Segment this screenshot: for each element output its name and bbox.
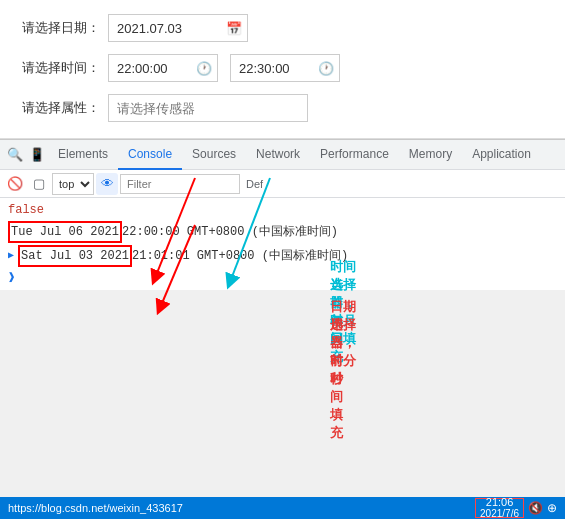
date-input[interactable] (108, 14, 248, 42)
sensor-row: 请选择属性： (20, 94, 545, 122)
tab-network[interactable]: Network (246, 140, 310, 170)
context-select[interactable]: top (52, 173, 94, 195)
sensor-label: 请选择属性： (20, 99, 100, 117)
def-label: Def (246, 178, 263, 190)
console-line-3-rest: 21:01:01 GMT+0800 (中国标准时间) (132, 247, 348, 265)
console-line-3: ▶ Sat Jul 03 2021 21:01:01 GMT+0800 (中国标… (0, 244, 565, 268)
prompt-arrow: ❱ (8, 269, 15, 287)
inspect-icon[interactable]: 🔍 (4, 144, 26, 166)
status-time: 21:06 (486, 497, 514, 508)
time-end-input[interactable] (230, 54, 340, 82)
time-start-wrapper: 🕐 (108, 54, 218, 82)
console-output: false Tue Jul 06 2021 22:00:00 GMT+0800 … (0, 198, 565, 290)
date-row: 请选择日期： 📅 (20, 14, 545, 42)
tab-elements[interactable]: Elements (48, 140, 118, 170)
time-start-input[interactable] (108, 54, 218, 82)
date-highlight-1: Tue Jul 06 2021 (8, 221, 122, 243)
date-highlight-2: Sat Jul 03 2021 (18, 245, 132, 267)
time-end-wrapper: 🕐 (230, 54, 340, 82)
eye-btn[interactable]: 👁 (96, 173, 118, 195)
clear-console-btn[interactable]: 🚫 (4, 173, 26, 195)
devtools-tabs-bar: 🔍 📱 Elements Console Sources Network Per… (0, 140, 565, 170)
status-bar: https://blog.csdn.net/weixin_433617 21:0… (0, 497, 565, 519)
tab-application[interactable]: Application (462, 140, 541, 170)
devtools-tabs-row: Elements Console Sources Network Perform… (48, 140, 541, 170)
date-label: 请选择日期： (20, 19, 100, 37)
status-date: 2021/7/6 (480, 508, 519, 519)
filter-input[interactable] (120, 174, 240, 194)
console-line-false: false (0, 200, 565, 220)
tab-memory[interactable]: Memory (399, 140, 462, 170)
sensor-input[interactable] (108, 94, 308, 122)
console-prompt-line: ❱ (0, 268, 565, 288)
date-input-wrapper: 📅 (108, 14, 248, 42)
tab-performance[interactable]: Performance (310, 140, 399, 170)
status-url: https://blog.csdn.net/weixin_433617 (8, 502, 475, 514)
arrow-icon: ▶ (8, 247, 14, 265)
console-toolbar: 🚫 ▢ top 👁 Def (0, 170, 565, 198)
time-label: 请选择时间： (20, 59, 100, 77)
time-row: 请选择时间： 🕐 🕐 (20, 54, 545, 82)
status-speaker-icon: 🔇 (528, 501, 543, 515)
console-line-2-rest: 22:00:00 GMT+0800 (中国标准时间) (122, 223, 338, 241)
device-icon[interactable]: 📱 (26, 144, 48, 166)
form-area: 请选择日期： 📅 请选择时间： 🕐 🕐 请选择属性： (0, 0, 565, 139)
tab-console[interactable]: Console (118, 140, 182, 170)
console-line-2: Tue Jul 06 2021 22:00:00 GMT+0800 (中国标准时… (0, 220, 565, 244)
status-time-block: 21:06 2021/7/6 (475, 498, 524, 518)
false-value: false (8, 201, 44, 219)
tab-sources[interactable]: Sources (182, 140, 246, 170)
status-network-icon: ⊕ (547, 501, 557, 515)
filter-toggle-btn[interactable]: ▢ (28, 173, 50, 195)
devtools-container: 🔍 📱 Elements Console Sources Network Per… (0, 139, 565, 290)
